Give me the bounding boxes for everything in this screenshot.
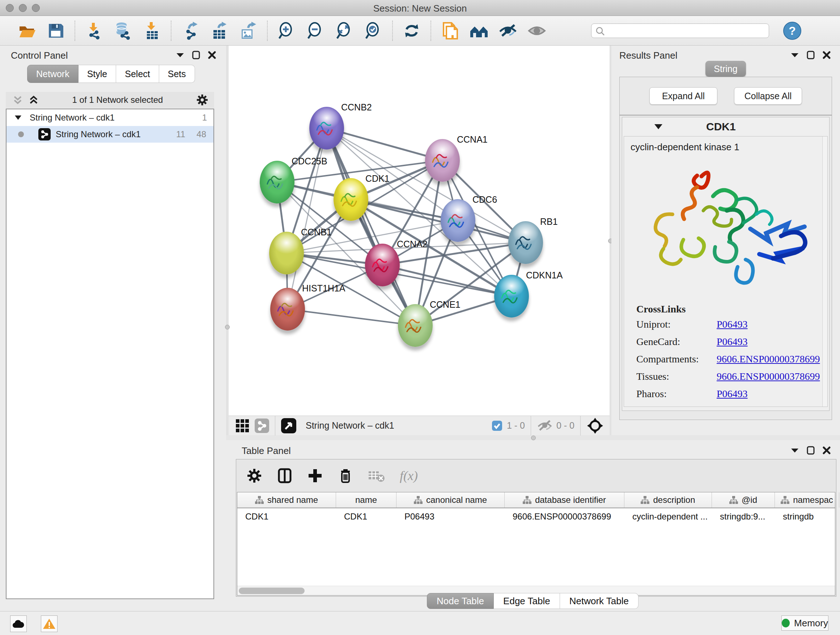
tab-sets[interactable]: Sets [159, 65, 195, 83]
node-HIST1H1A[interactable] [270, 288, 305, 331]
left-panel-divider[interactable] [226, 46, 229, 435]
expand-all-button[interactable]: Expand All [649, 87, 717, 105]
tab-string[interactable]: String [706, 61, 746, 77]
crosslink-link[interactable]: 9606.ENSP00000378699 [717, 371, 820, 382]
selected-checkbox-icon[interactable] [492, 420, 502, 431]
node-CDC6[interactable] [441, 199, 475, 242]
edge-CCNB2-HIST1H1A[interactable] [287, 128, 327, 309]
table-row[interactable]: CDK1CDK1P064939606.ENSP00000378699cyclin… [237, 508, 835, 525]
gear-icon[interactable] [196, 94, 208, 106]
fit-selected-target-icon[interactable] [586, 417, 604, 434]
column-header-shared-name[interactable]: shared name [237, 492, 336, 508]
function-builder-button[interactable]: f(x) [400, 468, 418, 483]
crosslink-link[interactable]: 9606.ENSP00000378699 [717, 353, 820, 365]
column-header--id[interactable]: @id [712, 492, 775, 508]
network-canvas[interactable]: CCNB2CCNA1CDC25BCDK1CDC6RB1CCNB1CCNA2CDK… [229, 46, 609, 416]
results-scrollbar[interactable] [822, 136, 827, 407]
panel-close-icon[interactable] [823, 51, 831, 59]
string-home-icon[interactable] [470, 21, 488, 40]
zoom-selected-icon[interactable] [364, 21, 383, 40]
node-RB1[interactable] [508, 221, 543, 264]
node-CCNE1[interactable] [398, 304, 433, 347]
import-table-file-icon[interactable] [142, 21, 161, 40]
import-network-database-icon[interactable] [114, 21, 133, 40]
tab-network[interactable]: Network [27, 65, 79, 83]
cell[interactable]: stringdb [775, 511, 839, 522]
panel-float-icon[interactable] [807, 51, 815, 59]
add-column-icon[interactable] [307, 468, 323, 484]
table-settings-gear-icon[interactable] [246, 468, 262, 484]
edge-CCNB2-CCNE1[interactable] [327, 128, 415, 325]
warnings-button[interactable] [41, 616, 57, 632]
export-table-icon[interactable] [210, 21, 229, 40]
cell[interactable]: CDK1 [336, 511, 396, 522]
zoom-out-icon[interactable] [306, 21, 325, 40]
panel-menu-icon[interactable] [791, 52, 799, 57]
zoom-fit-icon[interactable] [335, 21, 354, 40]
string-eye-slash-icon[interactable] [499, 21, 517, 40]
search-input[interactable] [591, 24, 769, 38]
cell[interactable]: cyclin-dependent ... [624, 511, 712, 522]
cell[interactable]: 9606.ENSP00000378699 [505, 511, 624, 522]
tab-edge-table[interactable]: Edge Table [494, 593, 560, 609]
zoom-in-icon[interactable] [277, 21, 296, 40]
show-columns-icon[interactable] [277, 468, 293, 484]
collapse-all-icon[interactable] [12, 95, 23, 105]
panel-float-icon[interactable] [807, 446, 815, 455]
collapse-all-button[interactable]: Collapse All [734, 87, 802, 105]
tab-node-table[interactable]: Node Table [427, 593, 494, 609]
node-CCNB2[interactable] [309, 107, 344, 149]
entry-collapse-icon[interactable] [654, 124, 663, 130]
crosslink-link[interactable]: P06493 [717, 318, 748, 330]
panel-menu-icon[interactable] [176, 52, 184, 57]
import-network-file-icon[interactable] [85, 21, 103, 40]
node-result-header[interactable]: CDK1 [622, 117, 829, 136]
eye-icon[interactable] [527, 21, 546, 40]
divider-grip[interactable] [225, 325, 230, 329]
help-icon[interactable]: ? [783, 21, 802, 40]
divider-grip[interactable] [531, 435, 536, 440]
annotations-icon[interactable] [441, 21, 459, 40]
collection-expand-icon[interactable] [14, 115, 22, 120]
refresh-icon[interactable] [402, 21, 421, 40]
network-row[interactable]: String Network – cdk1 11 48 [6, 126, 213, 143]
node-CCNB1[interactable] [269, 232, 304, 274]
node-CCNA2[interactable] [365, 244, 400, 287]
export-network-icon[interactable] [181, 21, 200, 40]
open-session-icon[interactable] [17, 21, 36, 40]
tab-network-table[interactable]: Network Table [560, 593, 638, 609]
column-header-name[interactable]: name [336, 492, 396, 508]
network-list-view-icon[interactable] [255, 418, 269, 433]
export-image-icon[interactable] [239, 21, 257, 40]
node-CDC25B[interactable] [260, 161, 294, 203]
tab-select[interactable]: Select [116, 65, 159, 83]
panel-float-icon[interactable] [192, 51, 200, 59]
column-header-description[interactable]: description [624, 492, 712, 508]
crosslink-link[interactable]: P06493 [717, 388, 748, 400]
grid-view-icon[interactable] [235, 418, 249, 433]
column-header-database-identifier[interactable]: database identifier [505, 492, 624, 508]
cell[interactable]: stringdb:9... [712, 511, 775, 522]
panel-close-icon[interactable] [208, 51, 216, 59]
node-CDKN1A[interactable] [494, 275, 529, 318]
cell[interactable]: CDK1 [237, 511, 336, 522]
delete-column-icon[interactable] [338, 468, 354, 484]
panel-close-icon[interactable] [823, 447, 831, 454]
column-header-canonical-name[interactable]: canonical name [396, 492, 505, 508]
network-collection-row[interactable]: String Network – cdk1 1 [6, 109, 213, 126]
delete-table-icon[interactable] [368, 469, 385, 483]
birdseye-toggle-icon[interactable] [281, 418, 296, 433]
memory-button[interactable]: Memory [782, 616, 829, 631]
save-session-icon[interactable] [46, 21, 65, 40]
crosslink-link[interactable]: P06493 [717, 336, 748, 348]
cloud-button[interactable] [10, 616, 27, 632]
node-CCNA1[interactable] [425, 139, 460, 182]
expand-all-icon[interactable] [28, 95, 39, 105]
scrollbar-thumb[interactable] [239, 587, 305, 594]
column-header-namespac[interactable]: namespac [775, 492, 839, 508]
cell[interactable]: P06493 [396, 511, 505, 522]
tab-style[interactable]: Style [79, 65, 117, 83]
node-CDK1[interactable] [333, 178, 368, 221]
edge-CCNE1-HIST1H1A[interactable] [287, 309, 415, 325]
panel-menu-icon[interactable] [791, 448, 799, 453]
